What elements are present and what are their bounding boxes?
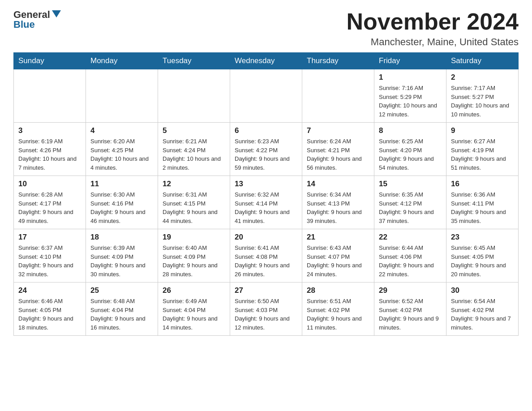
table-row: 12Sunrise: 6:31 AMSunset: 4:15 PMDayligh… xyxy=(158,176,230,229)
table-row: 2Sunrise: 7:17 AMSunset: 5:27 PMDaylight… xyxy=(446,69,519,123)
table-row: 4Sunrise: 6:20 AMSunset: 4:25 PMDaylight… xyxy=(86,123,158,176)
col-sunday: Sunday xyxy=(14,53,86,69)
calendar-week-row: 17Sunrise: 6:37 AMSunset: 4:10 PMDayligh… xyxy=(14,229,519,283)
day-number: 7 xyxy=(307,126,369,135)
table-row xyxy=(302,69,374,123)
day-info: Sunrise: 6:31 AMSunset: 4:15 PMDaylight:… xyxy=(163,190,225,225)
day-info: Sunrise: 6:49 AMSunset: 4:04 PMDaylight:… xyxy=(163,297,225,332)
day-number: 14 xyxy=(307,180,369,188)
calendar-week-row: 24Sunrise: 6:46 AMSunset: 4:05 PMDayligh… xyxy=(14,283,519,336)
col-tuesday: Tuesday xyxy=(158,53,230,69)
day-number: 30 xyxy=(451,286,514,295)
day-number: 10 xyxy=(18,180,81,188)
day-number: 3 xyxy=(18,126,81,135)
table-row: 13Sunrise: 6:32 AMSunset: 4:14 PMDayligh… xyxy=(230,176,302,229)
day-number: 5 xyxy=(163,126,225,135)
day-info: Sunrise: 6:50 AMSunset: 4:03 PMDaylight:… xyxy=(235,297,297,332)
day-info: Sunrise: 6:45 AMSunset: 4:05 PMDaylight:… xyxy=(451,244,514,278)
table-row: 11Sunrise: 6:30 AMSunset: 4:16 PMDayligh… xyxy=(86,176,158,229)
day-number: 9 xyxy=(451,126,514,135)
table-row xyxy=(14,69,86,123)
col-saturday: Saturday xyxy=(446,53,519,69)
col-monday: Monday xyxy=(86,53,158,69)
table-row: 17Sunrise: 6:37 AMSunset: 4:10 PMDayligh… xyxy=(14,229,86,283)
day-info: Sunrise: 6:28 AMSunset: 4:17 PMDaylight:… xyxy=(18,190,81,225)
day-info: Sunrise: 6:46 AMSunset: 4:05 PMDaylight:… xyxy=(18,297,81,332)
day-number: 27 xyxy=(235,286,297,295)
table-row: 20Sunrise: 6:41 AMSunset: 4:08 PMDayligh… xyxy=(230,229,302,283)
table-row: 9Sunrise: 6:27 AMSunset: 4:19 PMDaylight… xyxy=(446,123,519,176)
table-row: 24Sunrise: 6:46 AMSunset: 4:05 PMDayligh… xyxy=(14,283,86,336)
day-info: Sunrise: 7:17 AMSunset: 5:27 PMDaylight:… xyxy=(451,84,514,119)
table-row: 27Sunrise: 6:50 AMSunset: 4:03 PMDayligh… xyxy=(230,283,302,336)
table-row: 21Sunrise: 6:43 AMSunset: 4:07 PMDayligh… xyxy=(302,229,374,283)
day-info: Sunrise: 6:36 AMSunset: 4:11 PMDaylight:… xyxy=(451,190,514,225)
day-number: 24 xyxy=(18,286,81,295)
day-info: Sunrise: 6:52 AMSunset: 4:02 PMDaylight:… xyxy=(379,297,442,332)
day-info: Sunrise: 6:19 AMSunset: 4:26 PMDaylight:… xyxy=(18,137,81,172)
day-info: Sunrise: 6:40 AMSunset: 4:09 PMDaylight:… xyxy=(163,244,225,278)
day-info: Sunrise: 6:25 AMSunset: 4:20 PMDaylight:… xyxy=(379,137,442,172)
day-info: Sunrise: 7:16 AMSunset: 5:29 PMDaylight:… xyxy=(379,84,442,119)
day-number: 19 xyxy=(163,233,225,242)
table-row: 19Sunrise: 6:40 AMSunset: 4:09 PMDayligh… xyxy=(158,229,230,283)
logo-arrow-icon xyxy=(52,10,61,17)
day-info: Sunrise: 6:54 AMSunset: 4:02 PMDaylight:… xyxy=(451,297,514,332)
day-number: 22 xyxy=(379,233,442,242)
day-info: Sunrise: 6:34 AMSunset: 4:13 PMDaylight:… xyxy=(307,190,369,225)
day-info: Sunrise: 6:37 AMSunset: 4:10 PMDaylight:… xyxy=(18,244,81,278)
calendar-week-row: 1Sunrise: 7:16 AMSunset: 5:29 PMDaylight… xyxy=(14,69,519,123)
table-row: 29Sunrise: 6:52 AMSunset: 4:02 PMDayligh… xyxy=(374,283,446,336)
day-number: 23 xyxy=(451,233,514,242)
table-row: 23Sunrise: 6:45 AMSunset: 4:05 PMDayligh… xyxy=(446,229,519,283)
day-number: 18 xyxy=(90,233,153,242)
col-wednesday: Wednesday xyxy=(230,53,302,69)
day-info: Sunrise: 6:23 AMSunset: 4:22 PMDaylight:… xyxy=(235,137,297,172)
table-row: 26Sunrise: 6:49 AMSunset: 4:04 PMDayligh… xyxy=(158,283,230,336)
day-number: 16 xyxy=(451,180,514,188)
day-info: Sunrise: 6:44 AMSunset: 4:06 PMDaylight:… xyxy=(379,244,442,278)
table-row: 22Sunrise: 6:44 AMSunset: 4:06 PMDayligh… xyxy=(374,229,446,283)
day-number: 2 xyxy=(451,73,514,82)
day-number: 13 xyxy=(235,180,297,188)
table-row: 6Sunrise: 6:23 AMSunset: 4:22 PMDaylight… xyxy=(230,123,302,176)
table-row xyxy=(86,69,158,123)
page-header: General Blue November 2024 Manchester, M… xyxy=(13,9,519,48)
day-number: 4 xyxy=(90,126,153,135)
table-row: 10Sunrise: 6:28 AMSunset: 4:17 PMDayligh… xyxy=(14,176,86,229)
day-info: Sunrise: 6:20 AMSunset: 4:25 PMDaylight:… xyxy=(90,137,153,172)
calendar-week-row: 3Sunrise: 6:19 AMSunset: 4:26 PMDaylight… xyxy=(14,123,519,176)
day-info: Sunrise: 6:43 AMSunset: 4:07 PMDaylight:… xyxy=(307,244,369,278)
month-title: November 2024 xyxy=(347,9,519,34)
day-info: Sunrise: 6:39 AMSunset: 4:09 PMDaylight:… xyxy=(90,244,153,278)
table-row: 15Sunrise: 6:35 AMSunset: 4:12 PMDayligh… xyxy=(374,176,446,229)
day-number: 29 xyxy=(379,286,442,295)
day-number: 26 xyxy=(163,286,225,295)
col-thursday: Thursday xyxy=(302,53,374,69)
table-row: 16Sunrise: 6:36 AMSunset: 4:11 PMDayligh… xyxy=(446,176,519,229)
col-friday: Friday xyxy=(374,53,446,69)
calendar-header-row: Sunday Monday Tuesday Wednesday Thursday… xyxy=(14,53,519,69)
location-text: Manchester, Maine, United States xyxy=(347,36,519,48)
calendar-week-row: 10Sunrise: 6:28 AMSunset: 4:17 PMDayligh… xyxy=(14,176,519,229)
table-row: 28Sunrise: 6:51 AMSunset: 4:02 PMDayligh… xyxy=(302,283,374,336)
day-info: Sunrise: 6:24 AMSunset: 4:21 PMDaylight:… xyxy=(307,137,369,172)
table-row: 14Sunrise: 6:34 AMSunset: 4:13 PMDayligh… xyxy=(302,176,374,229)
table-row: 18Sunrise: 6:39 AMSunset: 4:09 PMDayligh… xyxy=(86,229,158,283)
table-row: 3Sunrise: 6:19 AMSunset: 4:26 PMDaylight… xyxy=(14,123,86,176)
day-info: Sunrise: 6:48 AMSunset: 4:04 PMDaylight:… xyxy=(90,297,153,332)
day-number: 20 xyxy=(235,233,297,242)
day-number: 1 xyxy=(379,73,442,82)
day-number: 11 xyxy=(90,180,153,188)
day-info: Sunrise: 6:41 AMSunset: 4:08 PMDaylight:… xyxy=(235,244,297,278)
day-number: 28 xyxy=(307,286,369,295)
logo-blue-text: Blue xyxy=(13,19,35,30)
day-number: 6 xyxy=(235,126,297,135)
day-number: 17 xyxy=(18,233,81,242)
table-row: 1Sunrise: 7:16 AMSunset: 5:29 PMDaylight… xyxy=(374,69,446,123)
table-row: 30Sunrise: 6:54 AMSunset: 4:02 PMDayligh… xyxy=(446,283,519,336)
day-info: Sunrise: 6:21 AMSunset: 4:24 PMDaylight:… xyxy=(163,137,225,172)
table-row: 8Sunrise: 6:25 AMSunset: 4:20 PMDaylight… xyxy=(374,123,446,176)
table-row: 5Sunrise: 6:21 AMSunset: 4:24 PMDaylight… xyxy=(158,123,230,176)
calendar-table: Sunday Monday Tuesday Wednesday Thursday… xyxy=(13,52,519,336)
